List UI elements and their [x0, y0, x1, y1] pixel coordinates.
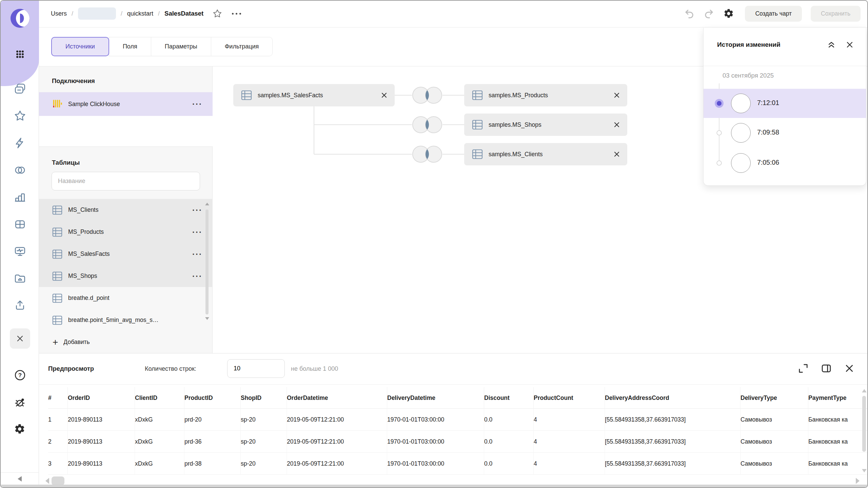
preview-header-divider: [39, 384, 867, 385]
preview-close-icon[interactable]: [844, 363, 854, 373]
table-row-ms-clients[interactable]: MS_Clients ···: [39, 199, 213, 221]
column-header[interactable]: Discount: [484, 387, 534, 409]
breadcrumb-separator: /: [121, 10, 122, 17]
export-upload-icon[interactable]: [14, 300, 26, 312]
column-header[interactable]: ProductID: [184, 387, 241, 409]
connection-more-icon[interactable]: ···: [192, 101, 202, 107]
column-header[interactable]: ProductCount: [534, 387, 605, 409]
remove-join-icon[interactable]: [614, 92, 620, 98]
table-icon: [52, 271, 63, 281]
breadcrumb-users[interactable]: Users: [51, 10, 67, 17]
breadcrumb-folder-blurred[interactable]: [78, 7, 116, 20]
bottom-scrollbar-track[interactable]: [1, 485, 867, 487]
help-icon[interactable]: ?: [14, 369, 26, 381]
tab-sources[interactable]: Источники: [51, 37, 109, 56]
cell: [55.584931358,37.663917033]: [605, 453, 741, 475]
column-header[interactable]: DeliveryAddressCoord: [605, 387, 741, 409]
charts-icon[interactable]: [14, 191, 26, 203]
table-row-ms-shops[interactable]: MS_Shops ···: [39, 265, 213, 287]
connection-row-sample-clickhouse[interactable]: Sample ClickHouse ···: [39, 92, 213, 116]
joined-node-clients[interactable]: samples.MS_Clients: [464, 143, 627, 165]
table-more-icon[interactable]: ···: [192, 207, 202, 214]
column-header[interactable]: ClientID: [135, 387, 184, 409]
remove-source-icon[interactable]: [381, 92, 387, 98]
source-node-label: samples.MS_SalesFacts: [258, 92, 323, 99]
header-actions: Создать чарт Сохранить: [684, 5, 861, 22]
joined-node-shops[interactable]: samples.MS_Shops: [464, 114, 627, 136]
close-panel-button[interactable]: [10, 328, 30, 349]
table-icon: [52, 205, 63, 215]
tables-scroll-up-icon[interactable]: [205, 203, 209, 205]
preview-split-panel-icon[interactable]: [821, 363, 831, 373]
table-more-icon[interactable]: ···: [192, 229, 202, 236]
redo-icon[interactable]: [704, 8, 714, 19]
dashboards-monitor-icon[interactable]: [14, 245, 26, 258]
remove-join-icon[interactable]: [614, 122, 620, 128]
table-row-breathe-point-5min[interactable]: breathe.point_5min_avg_mos_s…: [39, 309, 213, 331]
favorite-star-icon[interactable]: [212, 8, 222, 19]
history-close-icon[interactable]: [846, 41, 854, 49]
vscroll-down-icon[interactable]: [862, 469, 867, 472]
dataset-settings-gear-icon[interactable]: [723, 8, 734, 19]
apps-grid-icon[interactable]: [14, 48, 26, 60]
remove-join-icon[interactable]: [614, 151, 620, 157]
history-entry-3[interactable]: 7:05:06: [704, 148, 866, 177]
storage-folder-icon[interactable]: [14, 272, 26, 285]
source-node-salesfacts[interactable]: samples.MS_SalesFacts: [233, 84, 395, 106]
history-panel: История изменений 03 сентября 2025 7:12:…: [703, 28, 866, 186]
datalens-logo-icon[interactable]: [10, 8, 30, 28]
table-row-breathe-d-point[interactable]: breathe.d_point: [39, 287, 213, 309]
column-header[interactable]: OrderDatetime: [287, 387, 387, 409]
column-header[interactable]: #: [48, 387, 68, 409]
tables-title: Таблицы: [52, 159, 80, 166]
history-entry-1[interactable]: 7:12:01: [704, 89, 866, 118]
table-icon: [52, 293, 63, 303]
preview-rows-input[interactable]: [227, 359, 285, 378]
settings-gear-icon[interactable]: [14, 423, 26, 435]
debug-bug-icon[interactable]: [14, 396, 26, 408]
hscroll-right-icon[interactable]: [856, 478, 860, 484]
preview-expand-icon[interactable]: [798, 363, 808, 373]
table-more-icon[interactable]: ···: [192, 251, 202, 258]
save-button[interactable]: Сохранить: [811, 6, 861, 22]
join-type-icon-clients[interactable]: [412, 145, 443, 163]
tab-filtering[interactable]: Фильтрация: [211, 37, 273, 56]
breadcrumb: Users / / quickstart / SalesDataset: [51, 5, 241, 22]
tables-scrollbar-thumb[interactable]: [205, 209, 209, 314]
tab-fields[interactable]: Поля: [109, 37, 151, 56]
vscroll-thumb[interactable]: [862, 396, 866, 452]
table-row-ms-salesfacts[interactable]: MS_SalesFacts ···: [39, 243, 213, 265]
collapse-left-icon[interactable]: [16, 475, 24, 483]
join-type-icon-products[interactable]: [412, 86, 443, 104]
favorites-star-icon[interactable]: [14, 110, 26, 122]
joined-node-products[interactable]: samples.MS_Products: [464, 84, 627, 106]
column-header[interactable]: DeliveryType: [741, 387, 808, 409]
column-header[interactable]: OrderID: [68, 387, 135, 409]
column-header[interactable]: ShopID: [241, 387, 287, 409]
table-more-icon[interactable]: ···: [192, 273, 202, 280]
column-header[interactable]: DeliveryDatetime: [387, 387, 484, 409]
history-collapse-icon[interactable]: [827, 40, 836, 49]
table-row-ms-products[interactable]: MS_Products ···: [39, 221, 213, 243]
history-entry-2[interactable]: 7:09:58: [704, 118, 866, 147]
create-chart-button[interactable]: Создать чарт: [745, 6, 802, 22]
collections-icon[interactable]: [14, 83, 26, 95]
cell: Самовывоз: [741, 431, 808, 453]
breadcrumb-quickstart[interactable]: quickstart: [127, 10, 153, 17]
column-header[interactable]: PaymentType: [808, 387, 868, 409]
tables-scroll-down-icon[interactable]: [205, 317, 209, 320]
cell: 1970-01-01T03:00:00: [387, 431, 484, 453]
hscroll-left-icon[interactable]: [45, 478, 49, 484]
more-menu-icon[interactable]: [232, 13, 241, 15]
lightning-icon[interactable]: [14, 137, 26, 149]
hscroll-thumb[interactable]: [52, 476, 64, 485]
add-table-button[interactable]: + Добавить: [39, 331, 213, 353]
table-search-input[interactable]: [52, 172, 200, 190]
tab-parameters[interactable]: Параметры: [151, 37, 211, 56]
collapse-rail-strip: [1, 472, 39, 485]
join-type-icon-shops[interactable]: [412, 116, 443, 134]
datasets-venn-icon[interactable]: [14, 164, 26, 176]
vscroll-up-icon[interactable]: [862, 389, 867, 392]
undo-icon[interactable]: [684, 8, 695, 19]
tables-grid-icon[interactable]: [14, 218, 26, 230]
